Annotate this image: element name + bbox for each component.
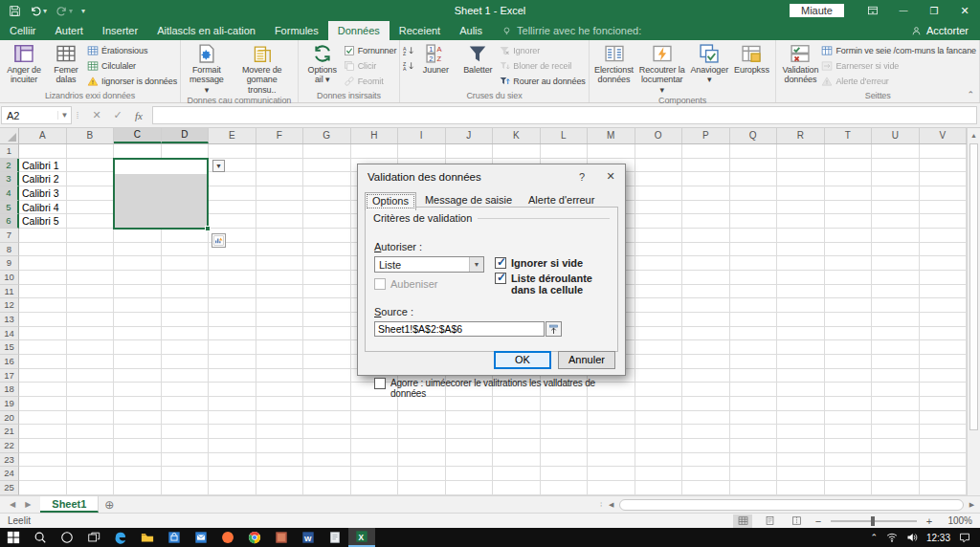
ok-button[interactable]: OK — [494, 351, 551, 369]
cell-C19[interactable] — [114, 397, 162, 411]
cell-J23[interactable] — [446, 453, 494, 468]
horizontal-scroll-track[interactable] — [617, 499, 966, 511]
cell-T22[interactable] — [825, 439, 873, 453]
cell-V8[interactable] — [920, 243, 968, 257]
ribbon-button-femer-dalas[interactable]: Femer dalas — [45, 41, 87, 85]
cell-F25[interactable] — [256, 481, 304, 495]
cell-G10[interactable] — [303, 271, 351, 285]
cell-A19[interactable] — [19, 397, 67, 411]
row-header-16[interactable]: 16 — [0, 355, 19, 369]
wifi-icon[interactable] — [886, 532, 898, 543]
ribbon-button-options-ail[interactable]: Options ail ▾ — [301, 41, 344, 85]
sheet-nav-left-icon[interactable]: ◀ — [10, 500, 15, 509]
ribbon-display-options-button[interactable] — [858, 0, 888, 21]
cell-D11[interactable] — [162, 285, 210, 299]
cell-E18[interactable] — [209, 383, 256, 397]
cell-Q5[interactable] — [730, 201, 778, 215]
cell-G17[interactable] — [303, 369, 351, 383]
cell-A15[interactable] — [19, 340, 67, 355]
cell-K1[interactable] — [493, 144, 541, 159]
ribbon-button-cilculaler[interactable]: Cilculaler — [87, 59, 177, 73]
scroll-up-icon[interactable]: ▲ — [968, 128, 980, 142]
scroll-left-icon[interactable]: ◀ — [605, 501, 617, 509]
menu-tab-aitlascls-en-ali-cation[interactable]: Aitlascls en ali-cation — [147, 21, 265, 40]
cell-V18[interactable] — [920, 383, 968, 397]
cell-V4[interactable] — [920, 186, 968, 201]
cell-D15[interactable] — [162, 340, 210, 355]
cell-P7[interactable] — [682, 229, 730, 243]
cell-D25[interactable] — [162, 481, 210, 495]
cell-B18[interactable] — [67, 383, 115, 397]
quick-analysis-button[interactable] — [212, 233, 226, 248]
horizontal-scrollbar[interactable]: ⁞ ◀ ▶ — [597, 496, 980, 513]
cell-U14[interactable] — [872, 327, 920, 341]
select-all-corner[interactable] — [0, 128, 19, 143]
cell-T23[interactable] — [825, 453, 873, 468]
ignore-blank-checkbox[interactable]: Ignorer si vide — [495, 257, 583, 269]
cell-D19[interactable] — [162, 397, 210, 411]
cell-H23[interactable] — [351, 453, 399, 468]
cell-A12[interactable] — [19, 298, 67, 313]
cell-O19[interactable] — [635, 397, 683, 411]
horizontal-scroll-thumb[interactable] — [619, 499, 964, 511]
cell-E21[interactable] — [209, 425, 256, 439]
undo-icon[interactable] — [30, 5, 42, 17]
cell-E11[interactable] — [209, 285, 256, 299]
cell-P20[interactable] — [682, 411, 730, 426]
ribbon-button-rationsious[interactable]: Érationsious — [87, 44, 177, 57]
cell-D1[interactable] — [162, 144, 210, 159]
cell-B9[interactable] — [67, 256, 115, 271]
cell-P11[interactable] — [682, 285, 730, 299]
cell-T3[interactable] — [825, 172, 873, 186]
row-header-21[interactable]: 21 — [0, 425, 19, 439]
cell-H20[interactable] — [351, 411, 399, 426]
row-header-7[interactable]: 7 — [0, 229, 19, 243]
volume-icon[interactable] — [906, 532, 918, 543]
cell-V25[interactable] — [920, 481, 968, 495]
cell-C21[interactable] — [114, 425, 162, 439]
cell-B6[interactable] — [67, 214, 115, 229]
cell-R21[interactable] — [777, 425, 825, 439]
cell-L24[interactable] — [541, 467, 589, 481]
ribbon-button-juuner[interactable]: 12AZJuuner — [414, 41, 457, 75]
cell-P3[interactable] — [682, 172, 730, 186]
cell-C25[interactable] — [114, 481, 162, 495]
cell-P1[interactable] — [682, 144, 730, 159]
cell-D14[interactable] — [162, 327, 210, 341]
column-header-B[interactable]: B — [67, 128, 115, 143]
ribbon-button-ignorer[interactable]: Ignorer — [499, 44, 585, 57]
cell-B12[interactable] — [67, 298, 115, 313]
cell-C23[interactable] — [114, 453, 162, 468]
cell-T7[interactable] — [825, 229, 873, 243]
cell-D4[interactable] — [162, 186, 210, 201]
cell-A2[interactable]: Calibri 1 — [19, 159, 67, 173]
redo-icon[interactable] — [56, 5, 68, 17]
cell-P21[interactable] — [682, 425, 730, 439]
taskbar-photos-button[interactable] — [268, 528, 295, 547]
cell-E25[interactable] — [209, 481, 256, 495]
ribbon-button-anavioger[interactable]: Anavioger ▾ — [688, 41, 730, 85]
cell-G15[interactable] — [303, 340, 351, 355]
row-header-3[interactable]: 3 — [0, 172, 19, 186]
cell-A1[interactable] — [19, 144, 67, 159]
cancel-entry-icon[interactable]: ✕ — [87, 107, 106, 124]
collapse-ribbon-icon[interactable]: ⌃ — [968, 90, 974, 99]
cell-I19[interactable] — [398, 397, 446, 411]
cell-E3[interactable] — [209, 172, 256, 186]
cell-E20[interactable] — [209, 411, 256, 426]
sheet-nav-right-icon[interactable]: ▶ — [25, 500, 31, 509]
cell-C12[interactable] — [114, 298, 162, 313]
cell-Q6[interactable] — [730, 214, 778, 229]
ribbon-button-formait-message[interactable]: Formait message ▾ — [184, 41, 230, 95]
cell-R24[interactable] — [777, 467, 825, 481]
cell-L19[interactable] — [541, 397, 589, 411]
cell-I20[interactable] — [398, 411, 446, 426]
cell-F9[interactable] — [256, 256, 304, 271]
row-header-20[interactable]: 20 — [0, 411, 19, 426]
cell-E13[interactable] — [209, 313, 256, 327]
cell-U4[interactable] — [872, 186, 920, 201]
cell-V17[interactable] — [920, 369, 968, 383]
cell-A24[interactable] — [19, 467, 67, 481]
ribbon-button-elerctionst-donn-es[interactable]: Elerctionst données — [592, 41, 636, 85]
dialog-tab-options[interactable]: Options — [365, 192, 416, 210]
